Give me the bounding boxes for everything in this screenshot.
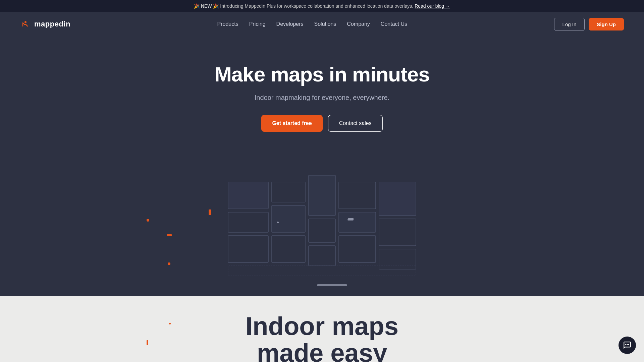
accent-marker-4 [168, 262, 170, 265]
announcement-new-label: NEW [201, 3, 212, 9]
announcement-emoji2: 🎉 [213, 3, 219, 9]
mappedin-logo-icon [20, 19, 31, 29]
chat-icon [623, 341, 632, 350]
accent-marker-2 [209, 209, 211, 215]
contact-sales-button[interactable]: Contact sales [328, 115, 383, 132]
accent-gray-2 [317, 284, 347, 286]
svg-rect-17 [228, 266, 416, 276]
lower-section: Indoor maps made easy [0, 296, 644, 362]
svg-rect-21 [339, 212, 376, 232]
svg-point-23 [625, 344, 626, 345]
announcement-emoji1: 🎉 [194, 3, 200, 9]
nav-item-developers[interactable]: Developers [276, 21, 304, 27]
announcement-link[interactable]: Read our blog → [415, 3, 450, 9]
chat-button[interactable] [619, 337, 636, 354]
svg-rect-15 [379, 219, 416, 246]
map-panel-left [0, 296, 111, 362]
login-button[interactable]: Log In [554, 18, 585, 31]
svg-rect-3 [228, 212, 268, 232]
lower-heading: Indoor maps made easy [246, 313, 398, 362]
nav-item-solutions[interactable]: Solutions [314, 21, 336, 27]
svg-point-24 [627, 344, 628, 345]
svg-rect-19 [272, 205, 305, 232]
floor-plan-svg [195, 155, 449, 289]
get-started-button[interactable]: Get started free [261, 115, 322, 132]
nav-actions: Log In Sign Up [554, 18, 624, 31]
dot-top-right [347, 219, 354, 221]
nav-item-contact[interactable]: Contact Us [381, 21, 407, 27]
navbar: mappedin Products Pricing Developers Sol… [0, 12, 644, 36]
nav-item-products[interactable]: Products [217, 21, 238, 27]
svg-rect-22 [379, 182, 416, 216]
lower-accent-marker-1 [169, 323, 171, 324]
svg-rect-5 [272, 182, 305, 202]
lower-heading-line1: Indoor maps [246, 312, 398, 340]
accent-marker-3 [167, 234, 172, 236]
svg-rect-13 [339, 236, 376, 262]
nav-links: Products Pricing Developers Solutions Co… [217, 21, 407, 27]
announcement-bar: 🎉 NEW 🎉 Introducing Mappedin Plus for wo… [0, 0, 644, 12]
svg-rect-11 [339, 182, 376, 209]
logo[interactable]: mappedin [20, 19, 70, 29]
svg-rect-20 [309, 175, 335, 216]
map-visualization [0, 152, 644, 296]
svg-rect-10 [309, 246, 335, 266]
svg-rect-9 [309, 219, 335, 242]
nav-item-pricing[interactable]: Pricing [249, 21, 266, 27]
logo-text: mappedin [34, 20, 70, 28]
announcement-text: Introducing Mappedin Plus for workspace … [220, 3, 413, 9]
hero-section: Make maps in minutes Indoor mapmaking fo… [0, 36, 644, 152]
svg-rect-18 [228, 182, 268, 209]
signup-button[interactable]: Sign Up [589, 18, 624, 31]
hero-title: Make maps in minutes [214, 63, 430, 86]
lower-accent-marker-2 [147, 340, 148, 345]
hero-buttons: Get started free Contact sales [261, 115, 382, 132]
svg-rect-16 [379, 249, 416, 269]
svg-rect-7 [272, 236, 305, 262]
svg-point-1 [24, 21, 26, 23]
svg-point-25 [628, 344, 629, 345]
hero-subtitle: Indoor mapmaking for everyone, everywher… [255, 94, 389, 102]
svg-rect-4 [228, 236, 268, 262]
lower-heading-line2: made easy [257, 339, 387, 362]
nav-item-company[interactable]: Company [347, 21, 370, 27]
